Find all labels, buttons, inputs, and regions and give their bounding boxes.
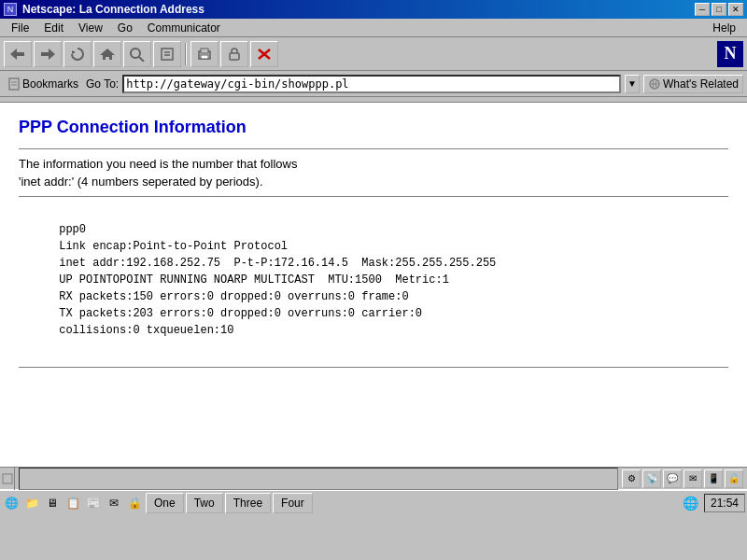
status-icon-5[interactable]: 📱 <box>704 469 723 488</box>
main-content: PPP Connection Information The informati… <box>0 103 747 467</box>
tab-two[interactable]: Two <box>186 493 223 513</box>
status-icon <box>0 468 15 490</box>
whats-related-button[interactable]: What's Related <box>643 75 743 93</box>
url-input[interactable] <box>122 75 621 93</box>
menu-communicator[interactable]: Communicator <box>140 20 228 36</box>
taskbar-icon-6[interactable]: ✉ <box>105 494 123 512</box>
svg-marker-2 <box>72 50 76 54</box>
taskbar: 🌐 📁 🖥 📋 📰 ✉ 🔒 One Two Three Four 🌐 21:54 <box>0 489 747 515</box>
taskbar-right: 🌐 21:54 <box>682 494 745 512</box>
home-button[interactable] <box>93 41 121 67</box>
tab-one[interactable]: One <box>146 493 184 513</box>
status-icon-3[interactable]: 💬 <box>663 469 682 488</box>
intro-text-2: 'inet addr:' (4 numbers seperated by per… <box>19 175 728 189</box>
taskbar-icon-4[interactable]: 📋 <box>63 494 82 512</box>
ppp-info-text: ppp0 Link encap:Point-to-Point Protocol … <box>19 204 728 356</box>
window-controls: ─ □ ✕ <box>695 3 743 16</box>
url-go-arrow[interactable]: ▼ <box>625 75 640 93</box>
svg-marker-0 <box>10 49 24 60</box>
netscape-icon: N <box>4 3 17 16</box>
maximize-button[interactable]: □ <box>712 3 726 16</box>
netscape-logo: N <box>717 41 743 67</box>
taskbar-globe-icon: 🌐 <box>682 494 700 512</box>
taskbar-icon-7[interactable]: 🔒 <box>125 494 144 512</box>
menu-go[interactable]: Go <box>110 20 140 36</box>
print-button[interactable] <box>190 41 218 67</box>
window-title: Netscape: La Connection Address <box>22 3 204 16</box>
taskbar-icon-1[interactable]: 🌐 <box>2 494 21 512</box>
stop-button[interactable] <box>250 41 278 67</box>
divider-bot <box>19 367 728 368</box>
title-bar-left: N Netscape: La Connection Address <box>4 3 204 16</box>
taskbar-icon-3[interactable]: 🖥 <box>43 494 62 512</box>
divider-mid <box>19 196 728 197</box>
minimize-button[interactable]: ─ <box>695 3 710 16</box>
bookmarks-toolbar-button[interactable] <box>153 41 181 67</box>
status-icons: ⚙ 📡 💬 ✉ 📱 🔓 <box>622 469 747 488</box>
status-bar: ⚙ 📡 💬 ✉ 📱 🔓 <box>0 467 747 489</box>
ppp-lines: Link encap:Point-to-Point Protocol inet … <box>19 240 496 337</box>
svg-rect-20 <box>3 474 12 483</box>
menu-bar: File Edit View Go Communicator Help <box>0 19 747 37</box>
status-icon-2[interactable]: 📡 <box>642 469 661 488</box>
svg-rect-11 <box>201 55 208 59</box>
toolbar: N <box>0 37 747 71</box>
taskbar-icon-5[interactable]: 📰 <box>84 494 103 512</box>
divider-top <box>19 148 728 149</box>
svg-point-4 <box>131 49 140 58</box>
menu-help[interactable]: Help <box>705 20 743 36</box>
svg-marker-1 <box>41 49 55 60</box>
ppp-device: ppp0 <box>59 223 86 236</box>
menu-edit[interactable]: Edit <box>36 20 71 36</box>
status-icon-4[interactable]: ✉ <box>684 469 702 488</box>
svg-rect-10 <box>201 49 208 53</box>
clock: 21:54 <box>704 494 745 512</box>
page-heading: PPP Connection Information <box>19 118 728 137</box>
tab-three[interactable]: Three <box>225 493 271 513</box>
svg-marker-3 <box>100 49 115 60</box>
forward-button[interactable] <box>34 41 62 67</box>
lock-icon[interactable]: 🔓 <box>725 469 743 488</box>
start-area: 🌐 📁 🖥 📋 📰 ✉ 🔒 <box>2 494 144 512</box>
bookmarks-label: Bookmarks <box>22 77 78 91</box>
status-icon-1[interactable]: ⚙ <box>622 469 641 488</box>
svg-rect-6 <box>162 49 173 60</box>
title-bar: N Netscape: La Connection Address ─ □ ✕ <box>0 0 747 19</box>
toolbar-separator-1 <box>185 43 187 65</box>
tab-four[interactable]: Four <box>273 493 313 513</box>
bookmarks-button[interactable]: Bookmarks <box>4 76 82 92</box>
whats-related-label: What's Related <box>663 77 739 91</box>
location-bar: Bookmarks Go To: ▼ What's Related <box>0 71 747 97</box>
search-button[interactable] <box>123 41 151 67</box>
svg-line-5 <box>139 57 144 62</box>
menu-view[interactable]: View <box>71 20 110 36</box>
svg-rect-15 <box>9 78 19 90</box>
taskbar-icon-2[interactable]: 📁 <box>22 494 41 512</box>
security-button[interactable] <box>220 41 248 67</box>
status-text <box>19 468 618 490</box>
svg-rect-12 <box>230 53 239 60</box>
menu-file[interactable]: File <box>4 20 36 36</box>
close-button[interactable]: ✕ <box>728 3 743 16</box>
goto-label: Go To: <box>86 77 119 91</box>
reload-button[interactable] <box>63 41 92 67</box>
back-button[interactable] <box>4 41 32 67</box>
ppp-info-block: ppp0 Link encap:Point-to-Point Protocol … <box>19 204 728 356</box>
intro-text-1: The information you need is the number t… <box>19 157 728 171</box>
